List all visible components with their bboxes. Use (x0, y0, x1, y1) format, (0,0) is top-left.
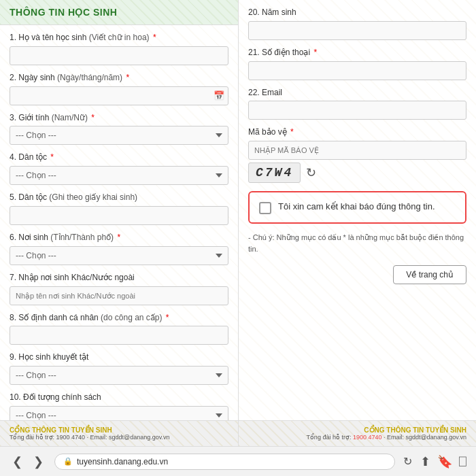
label-field-3: 3. Giới tính (Nam/Nữ) * (10, 112, 228, 124)
tabs-button[interactable]: ⎕ (459, 454, 466, 469)
label-field-21: 21. Số điện thoại * (248, 47, 466, 58)
required-marker: * (164, 313, 169, 322)
input-field-8[interactable] (10, 326, 228, 345)
share-button[interactable]: ⬆ (420, 454, 430, 469)
input-field-21[interactable] (248, 61, 466, 80)
form-group-field-21: 21. Số điện thoại * (248, 47, 466, 80)
left-footer-brand: CỔNG THÔNG TIN TUYỂN SINH (10, 426, 228, 434)
btn-home-wrapper: Về trang chủ (248, 260, 466, 290)
required-marker: * (89, 113, 95, 122)
form-group-field-8: 8. Số định danh cá nhân (do công an cấp)… (10, 312, 228, 345)
input-field-5[interactable] (10, 206, 228, 225)
input-field-7[interactable] (10, 286, 228, 305)
label-field-4: 4. Dân tộc * (10, 152, 228, 163)
form-group-field-20: 20. Năm sinh (248, 7, 466, 40)
browser-bar: ❮ ❯ 🔒 tuyensinh.danang.edu.vn ↻ ⬆ 🔖 ⎕ (0, 446, 476, 476)
form-group-field-4: 4. Dân tộc *--- Chọn --- (10, 152, 228, 185)
left-panel-content: 1. Họ và tên học sinh (Viết chữ in hoa) … (0, 25, 238, 420)
commit-box: Tôi xin cam kết khai báo đúng thông tin. (248, 191, 466, 224)
left-panel: THÔNG TIN HỌC SINH 1. Họ và tên học sinh… (0, 0, 238, 446)
input-field-20[interactable] (248, 21, 466, 40)
form-group-field-2: 2. Ngày sinh (Ngày/tháng/năm) *📅 (10, 72, 228, 105)
note-text: - Chú ý: Những mục có dấu * là những mục… (248, 232, 466, 254)
captcha-input[interactable] (248, 141, 466, 160)
select-field-4[interactable]: --- Chọn --- (10, 166, 228, 185)
browser-actions: ⬆ 🔖 ⎕ (420, 454, 466, 469)
captcha-container: C7W4↻ (248, 163, 466, 183)
select-field-3[interactable]: --- Chọn ---NamNữ (10, 126, 228, 145)
commit-text: Tôi xin cam kết khai báo đúng thông tin. (278, 201, 435, 213)
right-footer-brand: CỔNG THÔNG TIN TUYỂN SINH (248, 426, 466, 434)
label-field-2: 2. Ngày sinh (Ngày/tháng/năm) * (10, 72, 228, 84)
form-group-field-3: 3. Giới tính (Nam/Nữ) *--- Chọn ---NamNữ (10, 112, 228, 146)
left-footer: CỔNG THÔNG TIN TUYỂN SINH Tổng đài hỗ tr… (0, 420, 238, 446)
right-footer-contact: Tổng đài hỗ trợ: 1900 4740 · Email: sgdd… (248, 434, 466, 441)
label-field-7: 7. Nhập nơi sinh Khác/Nước ngoài (10, 272, 228, 284)
form-group-field-22: 22. Email (248, 87, 466, 120)
select-field-9[interactable]: --- Chọn --- (10, 366, 228, 385)
back-button[interactable]: ❮ (10, 453, 25, 471)
input-field-1[interactable] (10, 46, 228, 65)
form-group-field-10: 10. Đối tượng chính sách--- Chọn --- (10, 392, 228, 420)
label-field-9: 9. Học sinh khuyết tật (10, 352, 228, 363)
label-field-22: 22. Email (248, 87, 466, 99)
required-marker: * (48, 152, 54, 162)
input-field-22[interactable] (248, 101, 466, 120)
form-group-field-5: 5. Dân tộc (Ghi theo giấy khai sinh) (10, 192, 228, 225)
required-marker: * (124, 73, 129, 82)
select-field-6[interactable]: --- Chọn --- (10, 246, 228, 265)
right-panel-content: 20. Năm sinh21. Số điện thoại *22. Email… (239, 0, 476, 420)
label-field-5: 5. Dân tộc (Ghi theo giấy khai sinh) (10, 192, 228, 203)
left-panel-title: THÔNG TIN HỌC SINH (10, 7, 228, 18)
input-field-2[interactable] (10, 86, 228, 105)
right-footer: CỔNG THÔNG TIN TUYỂN SINH Tổng đài hỗ tr… (239, 420, 476, 446)
form-group-field-7: 7. Nhập nơi sinh Khác/Nước ngoài (10, 272, 228, 305)
lock-icon: 🔒 (63, 457, 73, 466)
reload-button[interactable]: ↻ (403, 455, 412, 468)
address-bar[interactable]: 🔒 tuyensinh.danang.edu.vn (54, 454, 395, 470)
required-marker: * (115, 233, 120, 242)
form-group-field-6: 6. Nơi sinh (Tỉnh/Thành phố) *--- Chọn -… (10, 232, 228, 265)
label-field-10: 10. Đối tượng chính sách (10, 392, 228, 403)
form-group-field-9: 9. Học sinh khuyết tật--- Chọn --- (10, 352, 228, 385)
select-field-10[interactable]: --- Chọn --- (10, 406, 228, 420)
form-group-field-1: 1. Họ và tên học sinh (Viết chữ in hoa) … (10, 32, 228, 65)
required-marker: * (151, 33, 156, 42)
url-text: tuyensinh.danang.edu.vn (77, 457, 168, 466)
label-field-6: 6. Nơi sinh (Tỉnh/Thành phố) * (10, 232, 228, 243)
right-panel: 20. Năm sinh21. Số điện thoại *22. Email… (238, 0, 476, 446)
left-footer-contact: Tổng đài hỗ trợ: 1900 4740 · Email: sgdd… (10, 434, 228, 441)
forward-button[interactable]: ❯ (31, 453, 46, 471)
required-marker: * (311, 48, 317, 57)
captcha-label: Mã bảo vệ * (248, 126, 466, 138)
captcha-section: Mã bảo vệ *C7W4↻ (248, 126, 466, 183)
captcha-image: C7W4 (248, 163, 301, 183)
home-button[interactable]: Về trang chủ (393, 265, 466, 284)
label-field-20: 20. Năm sinh (248, 7, 466, 18)
label-field-8: 8. Số định danh cá nhân (do công an cấp)… (10, 312, 228, 324)
browser-nav: ❮ ❯ (10, 453, 46, 471)
bookmarks-button[interactable]: 🔖 (437, 454, 452, 469)
captcha-refresh-button[interactable]: ↻ (306, 165, 316, 180)
label-field-1: 1. Họ và tên học sinh (Viết chữ in hoa) … (10, 32, 228, 44)
left-panel-header: THÔNG TIN HỌC SINH (0, 0, 238, 25)
commit-checkbox[interactable] (259, 202, 271, 214)
